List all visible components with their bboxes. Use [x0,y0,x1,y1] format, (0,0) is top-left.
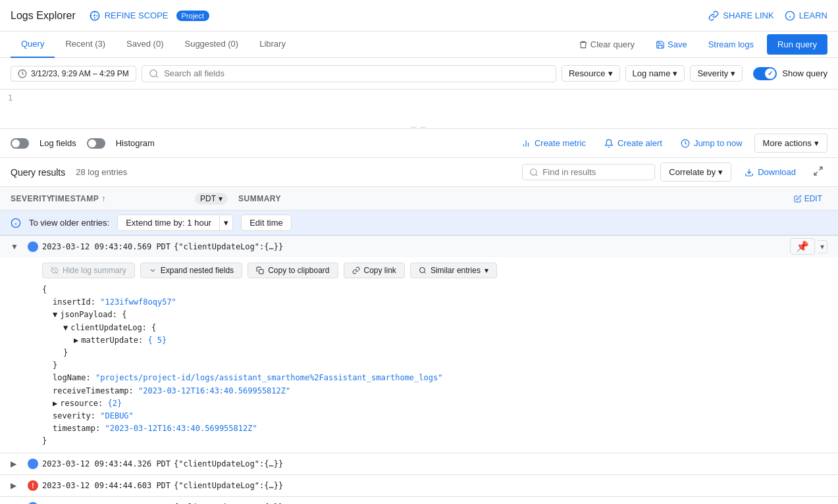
older-entries-banner: To view older entries: Extend time by: 1… [0,211,838,236]
severity-filter[interactable]: Severity ▾ [690,65,743,82]
refine-scope-icon [89,10,101,22]
search-bar: 3/12/23, 9:29 AM – 4:29 PM Resource ▾ Lo… [0,58,838,89]
col-header-summary: SUMMARY [238,194,789,203]
results-title: Query results [11,167,65,178]
search-input[interactable] [164,68,549,78]
app-title: Logs Explorer [11,10,76,22]
severity-icon-1 [24,241,42,252]
toggle-knob: ✓ [765,68,775,79]
query-resize-handle[interactable]: — — [0,124,838,128]
edit-time-button[interactable]: Edit time [241,214,292,231]
stream-logs-button[interactable]: Stream logs [700,36,762,53]
hide-icon [51,266,59,274]
json-timestamp: timestamp: "2023-03-12T16:43:40.56995581… [42,422,827,435]
jump-to-now-button[interactable]: Jump to now [674,134,749,152]
clear-query-button[interactable]: Clear query [571,36,642,53]
date-range-picker[interactable]: 3/12/23, 9:29 AM – 4:29 PM [11,66,136,82]
log-name-filter[interactable]: Log name ▾ [625,65,685,82]
correlate-button[interactable]: Correlate by ▾ [660,163,731,182]
similar-icon [419,266,427,274]
expand-icon [813,166,824,176]
download-button[interactable]: Download [737,163,804,181]
learn-button[interactable]: LEARN [785,11,827,21]
pin-arrow-1[interactable]: ▾ [818,240,827,253]
pin-area-1: 📌 ▾ [790,238,827,255]
refine-scope-button[interactable]: REFINE SCOPE [89,10,169,22]
hide-log-summary-button[interactable]: Hide log summary [42,263,135,278]
log-row-3[interactable]: ▶ ! 2023-03-12 09:44:44.603 PDT {"client… [0,475,838,496]
json-matter-update: ▶matterUpdate: { 5} [42,334,827,347]
json-client-update-open: ▼clientUpdateLog: { [42,322,827,334]
create-alert-button[interactable]: Create alert [598,134,669,152]
extend-time-dropdown[interactable]: ▾ [220,215,232,230]
chevron-3[interactable]: ▶ [11,481,24,490]
svg-line-10 [536,174,538,176]
pdt-selector[interactable]: PDT ▾ [195,193,228,205]
svg-line-12 [819,167,822,170]
log-entry-4: ▶ 2023-03-12 09:44:46.796 PDT {"clientUp… [0,497,838,504]
similar-entries-button[interactable]: Similar entries ▾ [410,263,497,278]
learn-icon [785,11,795,21]
log-row-1[interactable]: ▼ 2023-03-12 09:43:40.569 PDT {"clientUp… [0,236,838,257]
svg-point-9 [531,168,537,174]
copy-clipboard-button[interactable]: Copy to clipboard [248,263,338,278]
show-query-toggle-wrap: ✓ Show query [753,67,827,80]
timestamp-1: 2023-03-12 09:43:40.569 PDT [42,242,174,251]
summary-2: {"clientUpdateLog":{…}} [174,459,827,468]
run-query-button[interactable]: Run query [767,34,827,55]
tab-library[interactable]: Library [249,32,296,58]
show-query-label: Show query [782,68,827,78]
edit-icon [794,195,802,203]
log-fields-toggle[interactable] [11,138,29,149]
info-icon [11,218,21,228]
svg-point-3 [150,70,157,76]
results-bar: Query results 28 log entries Correlate b… [0,158,838,187]
edit-columns-button[interactable]: EDIT [789,193,827,205]
svg-line-4 [155,75,157,77]
log-row-2[interactable]: ▶ 2023-03-12 09:43:44.326 PDT {"clientUp… [0,453,838,474]
error-badge-3: ! [28,480,38,491]
tab-suggested[interactable]: Suggested (0) [174,32,249,58]
pin-button-1[interactable]: 📌 [790,238,815,255]
alert-icon [604,139,614,148]
timestamp-3: 2023-03-12 09:44:44.603 PDT [42,481,174,490]
share-link-button[interactable]: SHARE LINK [708,11,773,21]
tab-recent[interactable]: Recent (3) [55,32,116,58]
create-metric-button[interactable]: Create metric [515,134,592,152]
chevron-2[interactable]: ▶ [11,459,24,468]
debug-badge-2 [28,459,38,469]
timestamp-2: 2023-03-12 09:43:44.326 PDT [42,459,174,468]
chevron-1[interactable]: ▼ [11,242,24,251]
more-actions-button[interactable]: More actions ▾ [754,134,827,153]
col-header-severity: SEVERITY [11,194,50,203]
older-banner-text: To view older entries: [29,218,109,228]
save-button[interactable]: Save [648,36,695,53]
col-header-timestamp[interactable]: TIMESTAMP ↑ [50,194,195,203]
json-severity: severity: "DEBUG" [42,410,827,422]
copy-link-button[interactable]: Copy link [344,263,405,278]
download-icon [745,168,754,177]
log-fields-knob [12,139,20,147]
json-log-name: logName: "projects/project-id/logs/assis… [42,372,827,384]
tab-bar: Query Recent (3) Saved (0) Suggested (0)… [0,32,838,58]
jump-icon [681,139,690,148]
expand-results-button[interactable] [809,162,827,182]
resource-filter[interactable]: Resource ▾ [562,65,620,82]
tab-saved[interactable]: Saved (0) [116,32,174,58]
extend-time-main[interactable]: Extend time by: 1 hour [118,215,220,230]
clear-query-icon [579,40,588,49]
debug-badge-1 [28,241,38,252]
tab-query[interactable]: Query [11,32,55,58]
results-count: 28 log entries [76,167,127,177]
svg-point-19 [419,268,425,273]
expand-nested-button[interactable]: Expand nested fields [140,263,242,278]
log-entry-2: ▶ 2023-03-12 09:43:44.326 PDT {"clientUp… [0,453,838,475]
json-receive-timestamp: receiveTimestamp: "2023-03-12T16:43:40.5… [42,385,827,397]
find-input-wrap [522,164,655,180]
tab-actions: Clear query Save Stream logs Run query [571,34,827,55]
find-input[interactable] [542,167,648,177]
extend-time-button[interactable]: Extend time by: 1 hour ▾ [117,214,233,231]
log-row-4[interactable]: ▶ 2023-03-12 09:44:46.796 PDT {"clientUp… [0,497,838,504]
histogram-toggle[interactable] [87,138,105,149]
show-query-toggle[interactable]: ✓ [753,67,777,80]
